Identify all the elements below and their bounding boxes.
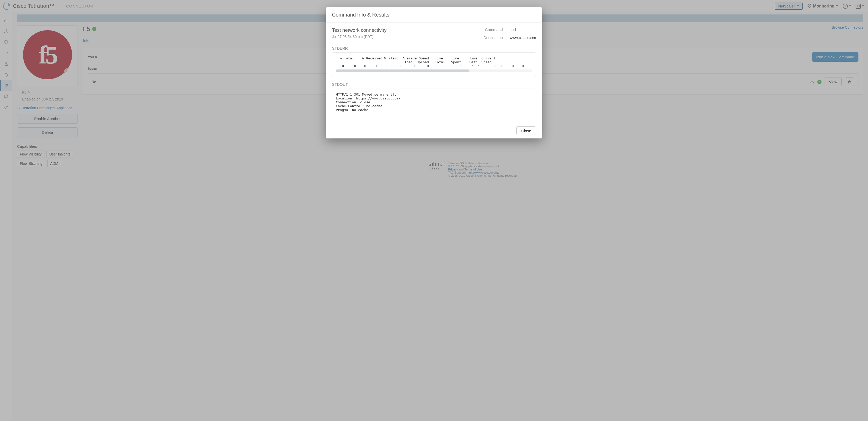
- close-button[interactable]: Close: [517, 126, 536, 135]
- kv-command-label: Command: [483, 27, 503, 32]
- modal-body: Test network connectivity Jul 27 03:54:3…: [326, 23, 542, 123]
- stderr-box[interactable]: % Total % Received % Xferd Average Speed…: [332, 53, 536, 76]
- stdout-label: STDOUT: [332, 82, 536, 87]
- command-kv: Command curl Destination www.cisco.com: [483, 27, 536, 40]
- modal-header: Command Info & Results: [326, 7, 542, 23]
- scrollbar-thumb[interactable]: [336, 69, 469, 72]
- kv-command-value: curl: [509, 27, 536, 32]
- modal-footer: Close: [326, 123, 542, 138]
- stderr-scrollbar[interactable]: [336, 69, 532, 72]
- stderr-text: % Total % Received % Xferd Average Speed…: [336, 56, 532, 68]
- modal-overlay[interactable]: Command Info & Results Test network conn…: [0, 0, 868, 421]
- modal-title: Command Info & Results: [332, 12, 536, 18]
- command-subtitle: Test network connectivity: [332, 27, 386, 33]
- stdout-text: HTTP/1.1 301 Moved permanently Location:…: [336, 93, 532, 112]
- command-timestamp: Jul 27 03:54:30 pm (PDT): [332, 35, 386, 39]
- command-results-modal: Command Info & Results Test network conn…: [326, 7, 542, 138]
- kv-destination-label: Destination: [483, 35, 503, 40]
- kv-destination-value: www.cisco.com: [509, 35, 536, 40]
- stderr-label: STDERR: [332, 46, 536, 51]
- stdout-box[interactable]: HTTP/1.1 301 Moved permanently Location:…: [332, 89, 536, 118]
